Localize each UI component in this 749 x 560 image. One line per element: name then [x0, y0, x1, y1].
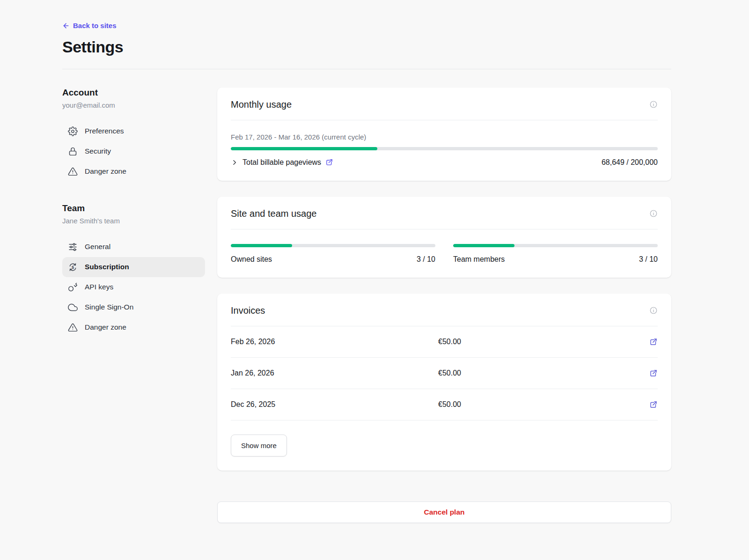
- lock-icon: [68, 147, 78, 156]
- gear-icon: [68, 126, 78, 136]
- owned-sites-value: 3 / 10: [417, 255, 435, 264]
- team-members-meter: Team members 3 / 10: [453, 244, 658, 264]
- account-heading: Account: [62, 88, 205, 98]
- back-to-sites-link[interactable]: Back to sites: [62, 22, 117, 29]
- invoice-amount: €50.00: [438, 338, 461, 346]
- owned-sites-progress-bar: [231, 244, 435, 247]
- team-name: Jane Smith's team: [62, 217, 205, 225]
- invoice-row: Jan 26, 2026 €50.00: [231, 358, 658, 389]
- external-link-icon[interactable]: [649, 369, 658, 377]
- account-email: your@email.com: [62, 101, 205, 109]
- sidebar-item-security[interactable]: Security: [62, 141, 205, 162]
- invoice-amount: €50.00: [438, 369, 461, 377]
- back-link-label: Back to sites: [73, 22, 117, 29]
- team-members-label: Team members: [453, 255, 505, 264]
- pageviews-row: Total billable pageviews 68,649 / 200,00…: [231, 158, 658, 167]
- warning-triangle-icon: [68, 323, 78, 332]
- external-link-icon[interactable]: [649, 338, 658, 346]
- settings-main: Monthly usage Feb 17, 2026 - Mar 16, 202…: [217, 88, 671, 523]
- external-link-icon[interactable]: [649, 400, 658, 409]
- pageviews-value: 68,649 / 200,000: [602, 158, 658, 167]
- sidebar-item-api-keys[interactable]: API keys: [62, 277, 205, 297]
- card-divider: [231, 229, 658, 229]
- cloud-icon: [68, 302, 78, 312]
- pageviews-progress-fill: [231, 147, 377, 150]
- billing-cycle-label: Feb 17, 2026 - Mar 16, 2026 (current cyc…: [231, 133, 658, 141]
- arrow-left-icon: [62, 22, 70, 29]
- team-nav: General Subscription API keys Single Sig…: [62, 237, 205, 338]
- monthly-usage-card: Monthly usage Feb 17, 2026 - Mar 16, 202…: [217, 88, 671, 181]
- sidebar-item-team-danger-zone[interactable]: Danger zone: [62, 317, 205, 338]
- cancel-plan-button[interactable]: Cancel plan: [217, 501, 671, 523]
- invoices-title: Invoices: [231, 305, 265, 316]
- invoice-date: Feb 26, 2026: [231, 338, 438, 346]
- settings-page: Back to sites Settings Account your@emai…: [0, 0, 749, 523]
- key-icon: [68, 282, 78, 292]
- sidebar-item-general[interactable]: General: [62, 237, 205, 257]
- sidebar-item-label: Subscription: [85, 263, 129, 271]
- sidebar-item-preferences[interactable]: Preferences: [62, 121, 205, 141]
- team-members-progress-bar: [453, 244, 658, 247]
- show-more-button[interactable]: Show more: [231, 435, 287, 457]
- owned-sites-meter: Owned sites 3 / 10: [231, 244, 435, 264]
- sidebar-team-group: Team Jane Smith's team General Subscript…: [62, 203, 205, 338]
- sidebar-item-label: General: [85, 243, 110, 251]
- sidebar-item-subscription[interactable]: Subscription: [62, 257, 205, 277]
- card-divider: [231, 120, 658, 120]
- info-icon[interactable]: [649, 209, 658, 218]
- external-link-icon[interactable]: [325, 158, 333, 166]
- invoice-amount: €50.00: [438, 400, 461, 409]
- site-team-usage-title: Site and team usage: [231, 208, 316, 219]
- owned-sites-label: Owned sites: [231, 255, 272, 264]
- sidebar-item-account-danger-zone[interactable]: Danger zone: [62, 162, 205, 182]
- header-divider: [62, 69, 671, 69]
- sliders-icon: [68, 242, 78, 252]
- team-members-value: 3 / 10: [639, 255, 658, 264]
- invoice-date: Dec 26, 2025: [231, 400, 438, 409]
- sidebar-item-label: Danger zone: [85, 167, 126, 176]
- team-heading: Team: [62, 203, 205, 214]
- monthly-usage-title: Monthly usage: [231, 99, 292, 110]
- sidebar-item-label: Security: [85, 147, 111, 155]
- dollar-refresh-icon: [68, 262, 78, 272]
- settings-sidebar: Account your@email.com Preferences Secur…: [62, 88, 205, 338]
- pageviews-progress-bar: [231, 147, 658, 150]
- site-team-usage-card: Site and team usage Owned sites 3 / 10: [217, 197, 671, 278]
- invoices-card: Invoices Feb 26, 2026 €50.00 Jan 26, 202…: [217, 294, 671, 471]
- chevron-right-icon[interactable]: [231, 159, 238, 166]
- invoice-row: Dec 26, 2025 €50.00: [231, 389, 658, 420]
- pageviews-label: Total billable pageviews: [242, 158, 321, 167]
- sidebar-item-label: API keys: [85, 283, 113, 291]
- sidebar-account-group: Account your@email.com Preferences Secur…: [62, 88, 205, 182]
- page-title: Settings: [62, 38, 671, 56]
- owned-sites-progress-fill: [231, 244, 292, 247]
- sidebar-item-single-sign-on[interactable]: Single Sign-On: [62, 297, 205, 317]
- info-icon[interactable]: [649, 306, 658, 315]
- sidebar-item-label: Preferences: [85, 127, 124, 135]
- invoice-row: Feb 26, 2026 €50.00: [231, 326, 658, 358]
- warning-triangle-icon: [68, 167, 78, 177]
- account-nav: Preferences Security Danger zone: [62, 121, 205, 182]
- sidebar-item-label: Danger zone: [85, 323, 126, 332]
- invoice-date: Jan 26, 2026: [231, 369, 438, 377]
- team-members-progress-fill: [453, 244, 514, 247]
- sidebar-item-label: Single Sign-On: [85, 303, 133, 311]
- info-icon[interactable]: [649, 100, 658, 109]
